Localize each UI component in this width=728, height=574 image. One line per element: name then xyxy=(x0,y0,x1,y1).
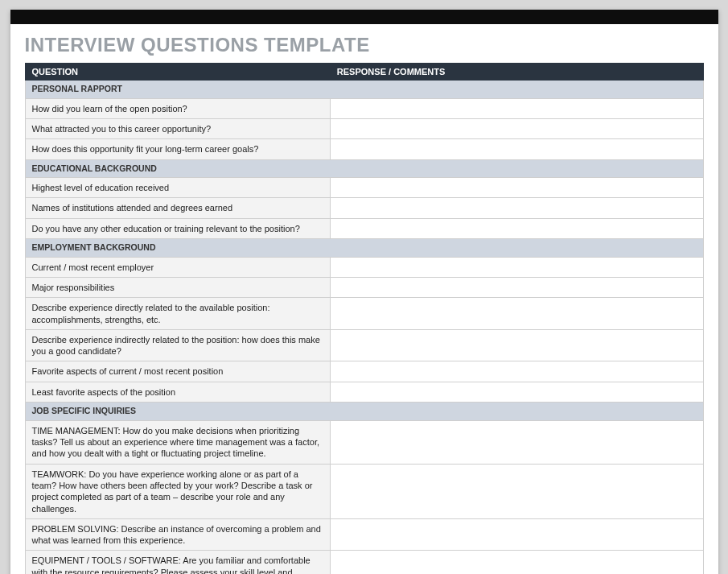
header-response: RESPONSE / COMMENTS xyxy=(330,64,703,81)
section-label: EMPLOYMENT BACKGROUND xyxy=(25,239,703,258)
table-row: Do you have any other education or train… xyxy=(25,218,703,238)
questions-table: QUESTION RESPONSE / COMMENTS PERSONAL RA… xyxy=(25,63,704,574)
response-cell[interactable] xyxy=(330,139,703,159)
response-cell[interactable] xyxy=(330,551,703,574)
question-cell: Describe experience indirectly related t… xyxy=(25,329,330,361)
section-row: PERSONAL RAPPORT xyxy=(25,81,703,99)
table-row: EQUIPMENT / TOOLS / SOFTWARE: Are you fa… xyxy=(25,551,703,574)
question-cell: How does this opportunity fit your long-… xyxy=(25,139,330,159)
document-page: INTERVIEW QUESTIONS TEMPLATE QUESTION RE… xyxy=(10,10,718,574)
response-cell[interactable] xyxy=(330,298,703,330)
table-row: Highest level of education received xyxy=(25,178,703,198)
table-row: TIME MANAGEMENT: How do you make decisio… xyxy=(25,420,703,464)
table-row: Least favorite aspects of the position xyxy=(25,382,703,402)
response-cell[interactable] xyxy=(330,420,703,464)
response-cell[interactable] xyxy=(330,118,703,138)
table-row: What attracted you to this career opport… xyxy=(25,118,703,138)
question-cell: Favorite aspects of current / most recen… xyxy=(25,361,330,382)
question-cell: TEAMWORK: Do you have experience working… xyxy=(25,464,330,518)
question-cell: What attracted you to this career opport… xyxy=(25,118,330,138)
section-label: EDUCATIONAL BACKGROUND xyxy=(25,159,703,178)
table-row: How did you learn of the open position? xyxy=(25,98,703,118)
response-cell[interactable] xyxy=(330,178,703,198)
section-label: PERSONAL RAPPORT xyxy=(25,81,703,99)
section-row: EMPLOYMENT BACKGROUND xyxy=(25,239,703,258)
question-cell: Current / most recent employer xyxy=(25,257,330,277)
question-cell: Names of institutions attended and degre… xyxy=(25,198,330,218)
section-row: EDUCATIONAL BACKGROUND xyxy=(25,159,703,178)
question-cell: TIME MANAGEMENT: How do you make decisio… xyxy=(25,420,330,464)
table-row: Describe experience indirectly related t… xyxy=(25,329,703,361)
table-row: TEAMWORK: Do you have experience working… xyxy=(25,464,703,518)
response-cell[interactable] xyxy=(330,218,703,238)
response-cell[interactable] xyxy=(330,329,703,361)
table-row: Major responsibilities xyxy=(25,278,703,298)
response-cell[interactable] xyxy=(330,257,703,277)
table-row: Names of institutions attended and degre… xyxy=(25,198,703,218)
response-cell[interactable] xyxy=(330,98,703,118)
table-row: Favorite aspects of current / most recen… xyxy=(25,361,703,382)
table-row: Current / most recent employer xyxy=(25,257,703,277)
header-question: QUESTION xyxy=(25,64,330,81)
page-title: INTERVIEW QUESTIONS TEMPLATE xyxy=(25,34,704,56)
table-row: Describe experience directly related to … xyxy=(25,298,703,330)
response-cell[interactable] xyxy=(330,361,703,382)
response-cell[interactable] xyxy=(330,464,703,518)
response-cell[interactable] xyxy=(330,278,703,298)
question-cell: Major responsibilities xyxy=(25,278,330,298)
question-cell: Least favorite aspects of the position xyxy=(25,382,330,402)
table-body: PERSONAL RAPPORTHow did you learn of the… xyxy=(25,81,703,575)
question-cell: Do you have any other education or train… xyxy=(25,218,330,238)
response-cell[interactable] xyxy=(330,382,703,402)
table-row: How does this opportunity fit your long-… xyxy=(25,139,703,159)
question-cell: EQUIPMENT / TOOLS / SOFTWARE: Are you fa… xyxy=(25,551,330,574)
table-header-row: QUESTION RESPONSE / COMMENTS xyxy=(25,64,703,81)
response-cell[interactable] xyxy=(330,518,703,551)
response-cell[interactable] xyxy=(330,198,703,218)
question-cell: Highest level of education received xyxy=(25,178,330,198)
question-cell: PROBLEM SOLVING: Describe an instance of… xyxy=(25,518,330,551)
question-cell: Describe experience directly related to … xyxy=(25,298,330,330)
section-row: JOB SPECIFIC INQUIRIES xyxy=(25,403,703,421)
question-cell: How did you learn of the open position? xyxy=(25,98,330,118)
top-black-bar xyxy=(10,10,718,24)
table-row: PROBLEM SOLVING: Describe an instance of… xyxy=(25,518,703,551)
section-label: JOB SPECIFIC INQUIRIES xyxy=(25,403,703,421)
content-area: INTERVIEW QUESTIONS TEMPLATE QUESTION RE… xyxy=(10,24,718,574)
